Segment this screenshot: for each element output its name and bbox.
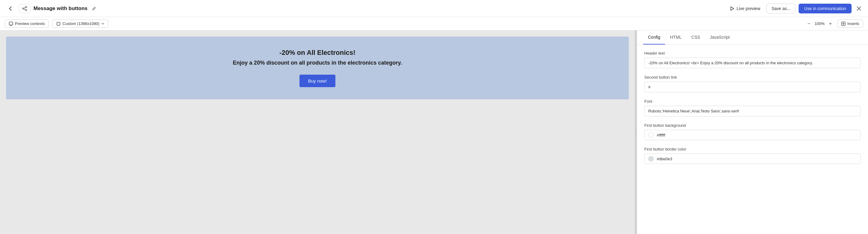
topbar: Message with buttons Live preview Save a…	[0, 0, 868, 17]
tab-css[interactable]: CSS	[687, 30, 705, 45]
header-text-field: Header text	[644, 51, 861, 68]
preview-header-line1: -20% on All Electronics!	[279, 49, 355, 57]
custom-size-label: Custom (1366x1080)	[62, 21, 99, 26]
zoom-value: 100%	[814, 21, 825, 26]
second-button-link-input[interactable]	[644, 82, 861, 92]
page-title: Message with buttons	[33, 5, 88, 11]
inserts-button[interactable]: Inserts	[837, 20, 863, 28]
font-label: Font	[644, 99, 861, 104]
tab-config[interactable]: Config	[643, 30, 665, 45]
second-button-link-field: Second button link	[644, 75, 861, 92]
preview-panel: -20% on All Electronics! Enjoy a 20% dis…	[0, 30, 635, 234]
tab-html[interactable]: HTML	[665, 30, 686, 45]
first-button-border-color-row[interactable]: #dbe0e3	[644, 153, 861, 164]
svg-point-2	[26, 9, 27, 11]
save-as-button[interactable]: Save as...	[766, 4, 796, 13]
custom-size-button[interactable]: Custom (1366x1080)	[52, 20, 108, 28]
share-icon-button[interactable]	[19, 4, 30, 13]
close-button[interactable]	[855, 4, 863, 13]
first-button-bg-value: #ffffff	[657, 133, 665, 138]
tab-javascript[interactable]: JavaScript	[705, 30, 734, 45]
font-field: Font	[644, 99, 861, 116]
svg-point-0	[26, 6, 27, 8]
zoom-control: − 100% +	[806, 21, 834, 27]
config-body: Header text Second button link Font Firs…	[637, 45, 868, 234]
svg-marker-5	[731, 7, 734, 10]
font-input[interactable]	[644, 106, 861, 116]
svg-rect-8	[9, 22, 13, 25]
use-in-communication-button[interactable]: Use in communication	[799, 4, 851, 13]
svg-line-3	[24, 7, 26, 8]
live-preview-button[interactable]: Live preview	[727, 4, 763, 13]
topbar-right: Live preview Save as... Use in communica…	[727, 4, 863, 13]
live-preview-label: Live preview	[737, 6, 760, 11]
first-button-bg-swatch	[648, 132, 654, 138]
back-button[interactable]	[5, 4, 16, 13]
preview-content: -20% on All Electronics! Enjoy a 20% dis…	[6, 36, 629, 99]
svg-rect-10	[57, 22, 60, 25]
config-tabs: Config HTML CSS JavaScript	[637, 30, 868, 45]
main-layout: -20% on All Electronics! Enjoy a 20% dis…	[0, 30, 868, 234]
header-text-input[interactable]	[644, 58, 861, 68]
toolbar: Preview contexts Custom (1366x1080) − 10…	[0, 17, 868, 30]
zoom-out-button[interactable]: −	[806, 21, 812, 27]
svg-line-4	[24, 9, 26, 10]
preview-contexts-label: Preview contexts	[15, 21, 45, 26]
preview-cta-button[interactable]: Buy now!	[300, 75, 335, 87]
first-button-border-value: #dbe0e3	[657, 156, 672, 161]
first-button-bg-color-row[interactable]: #ffffff	[644, 130, 861, 140]
edit-title-button[interactable]	[91, 5, 97, 12]
preview-header-line2: Enjoy a 20% discount on all products in …	[233, 60, 402, 66]
svg-point-1	[23, 8, 24, 9]
first-button-border-label: First button border color	[644, 147, 861, 151]
header-text-label: Header text	[644, 51, 861, 55]
first-button-bg-field: First button background #ffffff	[644, 123, 861, 140]
zoom-in-button[interactable]: +	[827, 21, 834, 27]
preview-contexts-button[interactable]: Preview contexts	[5, 20, 49, 28]
first-button-bg-label: First button background	[644, 123, 861, 128]
first-button-border-field: First button border color #dbe0e3	[644, 147, 861, 164]
second-button-link-label: Second button link	[644, 75, 861, 80]
inserts-label: Inserts	[847, 21, 859, 26]
config-panel: Config HTML CSS JavaScript Header text S…	[637, 30, 868, 234]
first-button-border-swatch	[648, 156, 654, 162]
topbar-left: Message with buttons	[5, 4, 723, 13]
